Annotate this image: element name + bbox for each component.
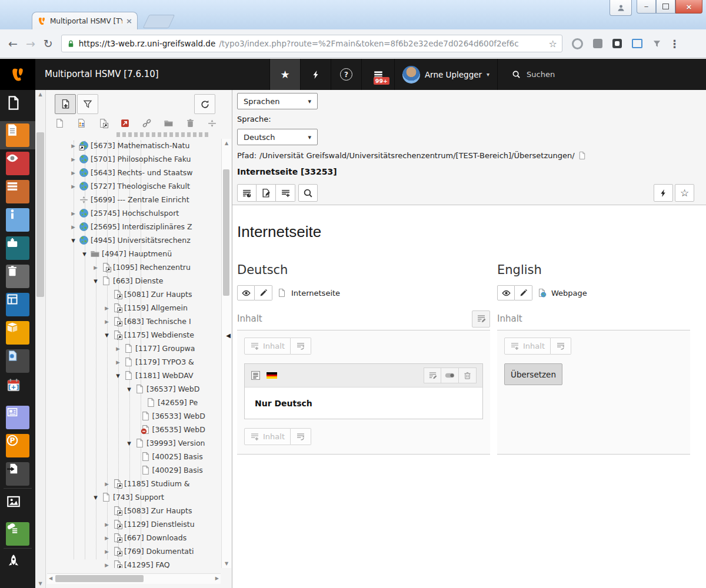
close-button[interactable]: × xyxy=(675,0,702,14)
globe-icon[interactable] xyxy=(79,168,89,178)
module-web-list[interactable] xyxy=(0,178,35,206)
module-launcher[interactable] xyxy=(0,552,35,580)
tree-item-5699[interactable]: [5699] --- Zentrale Einricht xyxy=(46,193,221,206)
clear-cache-topbar-button[interactable] xyxy=(300,59,331,90)
tree-expander-icon[interactable]: ▶ xyxy=(103,481,111,487)
tree-expander-icon[interactable]: ▼ xyxy=(114,373,122,379)
browser-tab[interactable]: Multiportal HSMV [TYPO × xyxy=(32,12,138,29)
search-button[interactable] xyxy=(298,184,318,202)
back-button[interactable]: ← xyxy=(8,37,18,50)
tree-item-36535[interactable]: [36535] WebD xyxy=(46,423,221,436)
collapse-tree-handle[interactable]: ◀ xyxy=(226,332,231,339)
tree-item-1175[interactable]: ▼[1175] Webdienste xyxy=(46,328,221,342)
tree-item-label[interactable]: [42659] Pe xyxy=(158,398,198,407)
module-calendar-module[interactable]: [+] xyxy=(0,375,35,403)
edit-page-button[interactable] xyxy=(515,285,532,300)
tree-expander-icon[interactable]: ▶ xyxy=(69,170,77,176)
tree-item-label[interactable]: [683] Technische I xyxy=(124,317,191,326)
tree-item-label[interactable]: [5643] Rechts- und Staatsw xyxy=(91,168,193,177)
tree-item-1185[interactable]: ▶[1185] Studium & xyxy=(46,477,221,490)
scrollbar-thumb[interactable] xyxy=(55,575,144,582)
tree-item-1181[interactable]: ▼[1181] WebDAV xyxy=(46,369,221,382)
tree-expander-icon[interactable]: ▶ xyxy=(69,143,77,149)
module-web-page[interactable] xyxy=(0,93,35,121)
address-bar[interactable]: https://t3-web.rz.uni-greifswald.de /typ… xyxy=(61,35,562,52)
tree-expander-icon[interactable]: ▶ xyxy=(69,156,77,162)
tree-expander-icon[interactable]: ▼ xyxy=(92,495,99,500)
tree-item-1095[interactable]: ▶[1095] Rechenzentru xyxy=(46,260,221,274)
extension-square-icon[interactable] xyxy=(593,39,602,48)
hide-page-button[interactable] xyxy=(237,285,255,300)
module-templavoila[interactable] xyxy=(0,319,35,347)
scroll-up-icon[interactable]: ▲ xyxy=(222,141,231,146)
tree-item-label[interactable]: [1175] Webdienste xyxy=(124,330,194,339)
new-tab-button[interactable] xyxy=(143,15,175,28)
page_sc-icon[interactable] xyxy=(112,289,122,299)
scroll-left-icon[interactable]: ◀ xyxy=(49,576,52,581)
help-topbar-button[interactable]: ? xyxy=(331,59,361,90)
tree-expander-icon[interactable]: ▼ xyxy=(103,332,111,338)
tree-item-1129[interactable]: ▶[1129] Dienstleistu xyxy=(46,517,221,531)
tree-expander-icon[interactable]: ▶ xyxy=(114,346,122,352)
folder-icon[interactable] xyxy=(90,249,100,259)
edit-element-button[interactable] xyxy=(424,368,441,383)
globe-icon[interactable] xyxy=(79,181,89,191)
tree-item-1177[interactable]: ▶[1177] Groupwa xyxy=(46,342,221,355)
tree-item-label[interactable]: [5699] --- Zentrale Einricht xyxy=(91,195,189,204)
tree-item-25695[interactable]: ▶[25695] Interdisziplinäres Z xyxy=(46,220,221,233)
page-icon[interactable] xyxy=(146,397,156,407)
page_sc-icon[interactable] xyxy=(101,262,111,272)
module-web-view[interactable] xyxy=(0,149,35,178)
bookmark-star-icon[interactable]: ☆ xyxy=(548,38,557,49)
scroll-right-icon[interactable]: ▶ xyxy=(215,576,219,581)
profile-button[interactable] xyxy=(610,0,632,16)
tree-item-label[interactable]: [36537] WebD xyxy=(146,385,199,393)
tree-item-label[interactable]: [40029] Basis xyxy=(152,466,203,475)
tree-item-label[interactable]: [40025] Basis xyxy=(152,452,203,461)
globe-icon[interactable] xyxy=(79,154,89,164)
tree-expander-icon[interactable]: ▶ xyxy=(103,522,111,527)
module-export-module[interactable] xyxy=(0,460,35,488)
page-icon[interactable] xyxy=(135,438,145,448)
page-icon[interactable] xyxy=(124,370,134,380)
module-powermail-module[interactable]: P xyxy=(0,432,35,460)
module-scrollbar[interactable]: ▲ ▼ xyxy=(35,90,46,588)
tree-expander-icon[interactable]: ▶ xyxy=(92,265,99,270)
tree-expander-icon[interactable]: ▼ xyxy=(125,386,133,392)
scroll-up-icon[interactable]: ▲ xyxy=(35,92,45,97)
tree-item-4947[interactable]: ▼[4947] Hauptmenü xyxy=(46,247,221,260)
drag-page-icon[interactable] xyxy=(55,118,65,128)
tree-expander-icon[interactable]: ▼ xyxy=(125,440,133,446)
tree-item-40025[interactable]: [40025] Basis xyxy=(46,450,221,463)
tree-expander-icon[interactable]: ▶ xyxy=(103,562,111,568)
page-icon[interactable] xyxy=(578,151,587,160)
tab-close-icon[interactable]: × xyxy=(126,16,132,25)
drag-folder-icon[interactable] xyxy=(164,118,174,128)
tree-item-36533[interactable]: [36533] WebD xyxy=(46,409,221,423)
tree-item-label[interactable]: [4947] Hauptmenü xyxy=(102,249,172,258)
tree-item-5673[interactable]: ▶[5673] Mathematisch-Natu xyxy=(46,139,221,152)
refresh-tree-button[interactable] xyxy=(194,94,215,114)
tree-expander-icon[interactable]: ▶ xyxy=(69,211,77,216)
view-page-button[interactable] xyxy=(237,184,257,202)
module-web-info[interactable] xyxy=(0,206,35,234)
tree-item-1179[interactable]: ▶[1179] TYPO3 & xyxy=(46,355,221,369)
add-content-button[interactable]: Inhalt xyxy=(504,338,551,355)
add-content-button[interactable]: Inhalt xyxy=(244,428,291,445)
add-content-button[interactable]: Inhalt xyxy=(244,338,291,355)
hide-page-button[interactable] xyxy=(497,285,515,300)
maximize-button[interactable] xyxy=(656,0,675,14)
tree-item-label[interactable]: [743] Support xyxy=(113,493,164,502)
tree-item-label[interactable]: [1181] WebDAV xyxy=(135,371,194,380)
tree-item-683[interactable]: ▶[683] Technische I xyxy=(46,315,221,328)
tree-item-5727[interactable]: ▶[5727] Theologische Fakult xyxy=(46,179,221,193)
drag-external-link-icon[interactable] xyxy=(120,118,130,128)
tree-item-label[interactable]: [769] Dokumentati xyxy=(124,547,194,556)
extension-frame-icon[interactable] xyxy=(632,39,642,48)
filter-button[interactable] xyxy=(77,94,98,114)
page_sc-icon[interactable] xyxy=(112,546,122,556)
tree-expander-icon[interactable]: ▶ xyxy=(69,224,77,230)
scroll-down-icon[interactable]: ▼ xyxy=(35,581,45,586)
drag-trash-icon[interactable] xyxy=(185,118,195,128)
tree-item-743[interactable]: ▼[743] Support xyxy=(46,490,221,504)
